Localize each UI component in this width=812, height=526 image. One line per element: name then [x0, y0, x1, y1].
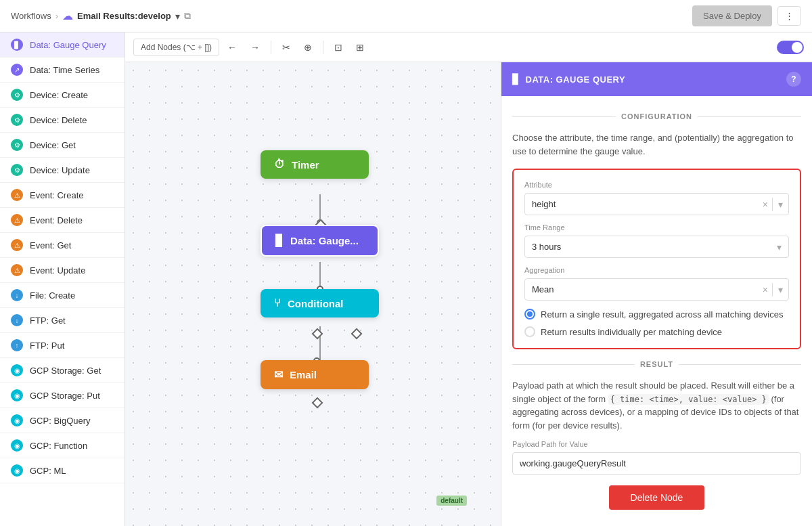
cloud-icon: ☁: [62, 9, 73, 22]
sidebar-item-label: GCP: Function: [30, 441, 87, 451]
sidebar-item-event-create[interactable]: ⚠ Event: Create: [0, 183, 125, 208]
gauge-node-label: Data: Gauge...: [290, 235, 359, 246]
sidebar-item-label: Event: Get: [30, 240, 71, 250]
email-node[interactable]: ✉ Email: [261, 360, 369, 389]
attribute-input-wrap: × ▾: [524, 193, 789, 215]
conditional-output-right[interactable]: [351, 328, 363, 340]
sidebar-item-label: Device: Get: [30, 140, 76, 150]
cut-button[interactable]: ✂: [277, 39, 296, 56]
gauge-query-icon: ▊: [11, 39, 23, 51]
email-output-connector[interactable]: [312, 397, 323, 409]
sidebar-item-event-update[interactable]: ⚠ Event: Update: [0, 258, 125, 283]
configuration-section: Attribute × ▾ Time Range 3 hours ▾: [512, 169, 801, 349]
aggregation-clear-button[interactable]: ×: [759, 284, 772, 295]
gauge-node[interactable]: ▊ Data: Gauge...: [261, 225, 379, 257]
fit-button[interactable]: ⊡: [329, 39, 348, 56]
sidebar-item-gcp-storage-get[interactable]: ◉ GCP Storage: Get: [0, 358, 125, 383]
right-panel: ▊ DATA: GAUGE QUERY ? CONFIGURATION Choo…: [501, 62, 812, 526]
sidebar-item-label: Device: Update: [30, 165, 90, 175]
sidebar-item-device-create[interactable]: ⚙ Device: Create: [0, 83, 125, 108]
sidebar-item-label: Device: Create: [30, 90, 88, 100]
ftp-get-icon: ↓: [11, 314, 23, 326]
enable-toggle[interactable]: [777, 41, 804, 54]
aggregation-input-wrap: × ▾: [524, 278, 789, 301]
radio-single-result-label: Return a single result, aggregated acros…: [541, 309, 783, 320]
sidebar-item-ftp-get[interactable]: ↓ FTP: Get: [0, 308, 125, 333]
forward-button[interactable]: →: [245, 39, 265, 56]
gauge-node-icon: ▊: [275, 234, 284, 247]
radio-individual-result[interactable]: Return results individually per matching…: [524, 326, 789, 337]
time-range-chevron-icon: ▾: [770, 242, 788, 253]
conditional-node-label: Conditional: [288, 298, 344, 309]
default-badge: default: [436, 496, 467, 506]
panel-help-button[interactable]: ?: [786, 72, 801, 87]
gcp-function-icon: ◉: [11, 439, 23, 452]
gcp-storage-get-icon: ◉: [11, 364, 23, 376]
event-get-icon: ⚠: [11, 239, 23, 251]
payload-input[interactable]: [512, 452, 801, 475]
sidebar-item-label: Data: Time Series: [30, 65, 99, 75]
aggregation-chevron-button[interactable]: ▾: [773, 284, 788, 295]
event-update-icon: ⚠: [11, 264, 23, 276]
layout-button[interactable]: ⊞: [351, 39, 369, 56]
sidebar-item-label: GCP Storage: Get: [30, 366, 101, 376]
timer-node[interactable]: ⏱ Timer: [261, 150, 369, 179]
event-create-icon: ⚠: [11, 189, 23, 201]
sidebar-item-gcp-bigquery[interactable]: ◉ GCP: BigQuery: [0, 408, 125, 433]
result-section: RESULT Payload path at which the result …: [512, 360, 801, 510]
sidebar-item-label: GCP: BigQuery: [30, 416, 91, 426]
device-create-icon: ⚙: [11, 89, 23, 101]
toggle-knob: [792, 42, 803, 53]
radio-individual-result-label: Return results individually per matching…: [541, 327, 722, 337]
delete-node-button[interactable]: Delete Node: [609, 485, 705, 510]
file-create-icon: ↓: [11, 289, 23, 301]
sidebar-item-label: Event: Create: [30, 190, 84, 200]
sidebar-item-gcp-function[interactable]: ◉ GCP: Function: [0, 433, 125, 458]
aggregation-input[interactable]: [525, 279, 759, 300]
payload-label: Payload Path for Value: [512, 440, 801, 448]
config-description: Choose the attribute, the time range, an…: [512, 131, 801, 158]
time-range-label: Time Range: [524, 223, 789, 232]
more-options-button[interactable]: ⋮: [777, 6, 801, 26]
attribute-chevron-button[interactable]: ▾: [773, 199, 788, 210]
workflow-copy-button[interactable]: ⧉: [184, 10, 191, 22]
sidebar: ▊ Data: Gauge Query ↗ Data: Time Series …: [0, 32, 125, 526]
sidebar-item-gcp-ml[interactable]: ◉ GCP: ML: [0, 458, 125, 483]
add-nodes-button[interactable]: Add Nodes (⌥ + []): [133, 39, 219, 56]
conditional-output-left[interactable]: [312, 328, 323, 340]
sidebar-item-data-time-series[interactable]: ↗ Data: Time Series: [0, 58, 125, 83]
sidebar-item-label: Data: Gauge Query: [30, 40, 106, 50]
sidebar-item-file-create[interactable]: ↓ File: Create: [0, 283, 125, 308]
back-button[interactable]: ←: [222, 39, 242, 56]
sidebar-item-data-gauge-query[interactable]: ▊ Data: Gauge Query: [0, 32, 125, 58]
workflow-dropdown-button[interactable]: ▾: [175, 11, 180, 22]
timer-node-label: Timer: [292, 159, 319, 171]
device-update-icon: ⚙: [11, 164, 23, 176]
zoom-button[interactable]: ⊕: [298, 39, 317, 56]
workflow-name: Email Results:develop: [77, 11, 171, 21]
attribute-input[interactable]: [525, 194, 759, 215]
sidebar-item-device-delete[interactable]: ⚙ Device: Delete: [0, 108, 125, 133]
sidebar-item-event-delete[interactable]: ⚠ Event: Delete: [0, 208, 125, 233]
gcp-storage-put-icon: ◉: [11, 389, 23, 401]
time-range-value: 3 hours: [525, 236, 770, 257]
panel-header-left: ▊ DATA: GAUGE QUERY: [512, 74, 625, 85]
sidebar-item-label: FTP: Put: [30, 341, 64, 351]
workflow-canvas[interactable]: ⏱ Timer ▊ Data: Gauge... ⑂ Conditional: [125, 62, 501, 526]
conditional-node[interactable]: ⑂ Conditional: [261, 289, 379, 317]
sidebar-item-gcp-storage-put[interactable]: ◉ GCP Storage: Put: [0, 383, 125, 408]
sidebar-item-ftp-put[interactable]: ↑ FTP: Put: [0, 333, 125, 358]
time-range-select-wrap[interactable]: 3 hours ▾: [524, 236, 789, 258]
radio-group: Return a single result, aggregated acros…: [524, 309, 789, 337]
sidebar-item-label: Event: Update: [30, 265, 85, 276]
topbar: Workflows › ☁ Email Results:develop ▾ ⧉ …: [0, 0, 812, 32]
workflows-link[interactable]: Workflows: [11, 11, 51, 21]
sidebar-item-event-get[interactable]: ⚠ Event: Get: [0, 233, 125, 258]
attribute-clear-button[interactable]: ×: [759, 199, 772, 210]
sidebar-item-device-update[interactable]: ⚙ Device: Update: [0, 158, 125, 183]
sidebar-item-label: GCP Storage: Put: [30, 391, 100, 401]
save-deploy-button[interactable]: Save & Deploy: [692, 5, 772, 26]
radio-single-result[interactable]: Return a single result, aggregated acros…: [524, 309, 789, 320]
sidebar-item-device-get[interactable]: ⚙ Device: Get: [0, 133, 125, 158]
panel-header-icon: ▊: [512, 74, 520, 85]
